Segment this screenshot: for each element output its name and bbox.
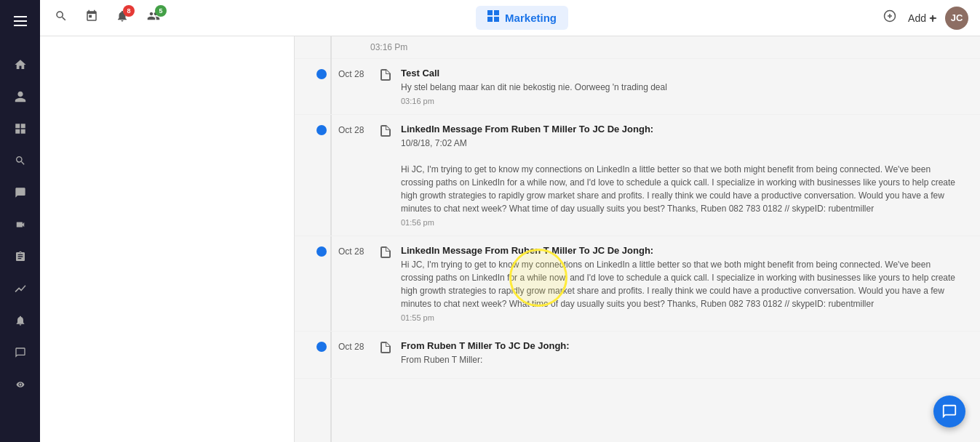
sidebar-home-icon[interactable] — [7, 51, 34, 79]
sidebar-alerts-icon[interactable] — [7, 307, 34, 334]
svg-rect-1 — [14, 20, 27, 22]
timeline-dot-2 — [316, 125, 327, 135]
activity-body-3: Hi JC, I'm trying to get to know my conn… — [401, 258, 965, 310]
activity-title-3: LinkedIn Message From Ruben T Miller To … — [401, 245, 965, 256]
connections-badge: 5 — [155, 5, 167, 17]
chat-fab[interactable] — [933, 395, 965, 427]
activity-item-email: Oct 28 From Ruben T Miller To JC De Jong… — [295, 332, 980, 379]
sidebar-contacts-icon[interactable] — [7, 83, 34, 110]
prev-item: 03:16 Pm — [295, 36, 980, 59]
svg-rect-4 — [494, 10, 499, 15]
activity-doc-icon — [381, 68, 395, 83]
sidebar — [0, 0, 40, 442]
sidebar-messages-icon[interactable] — [7, 179, 34, 206]
activity-time-2: 01:56 pm — [401, 218, 965, 227]
activity-feed-wrapper: 03:16 Pm Oct 28 Test Call Hy stel belang… — [295, 36, 980, 442]
sidebar-chat-icon[interactable] — [7, 339, 34, 366]
svg-rect-2 — [14, 25, 27, 26]
svg-rect-6 — [494, 17, 499, 22]
brand-label: Marketing — [505, 12, 557, 24]
topbar: 8 5 Marketing Add JC — [40, 0, 980, 36]
add-button[interactable]: Add — [908, 12, 936, 24]
notifications-badge: 8 — [123, 5, 135, 17]
topbar-center: Marketing — [164, 6, 880, 30]
calendar-button[interactable] — [82, 7, 101, 29]
brand-grid-icon — [487, 10, 499, 25]
sidebar-video-icon[interactable] — [7, 211, 34, 238]
activity-doc-icon-2 — [381, 124, 395, 139]
activity-doc-icon-3 — [381, 245, 395, 260]
activity-body: Hy stel belang maar kan dit nie bekostig… — [401, 81, 965, 94]
notifications-button[interactable]: 8 — [113, 7, 132, 29]
activity-content: Test Call Hy stel belang maar kan dit ni… — [401, 68, 965, 105]
activity-content-3: LinkedIn Message From Ruben T Miller To … — [401, 245, 965, 322]
activity-item-linkedin2: Oct 28 LinkedIn Message From Ruben T Mil… — [295, 236, 980, 332]
activity-title: Test Call — [401, 68, 965, 79]
sidebar-view-icon[interactable] — [7, 371, 34, 398]
timeline-dot-4 — [316, 342, 327, 352]
accessibility-button[interactable] — [880, 7, 899, 29]
activity-item: Oct 28 Test Call Hy stel belang maar kan… — [295, 59, 980, 115]
user-avatar[interactable]: JC — [945, 7, 968, 30]
activity-body-4: From Ruben T Miller: — [401, 353, 965, 366]
activity-doc-icon-4 — [381, 340, 395, 355]
sidebar-menu-icon[interactable] — [7, 7, 34, 35]
date-label-2: Oct 28 — [338, 124, 375, 135]
connections-button[interactable]: 5 — [143, 7, 164, 29]
main-content: 03:16 Pm Oct 28 Test Call Hy stel belang… — [40, 36, 980, 442]
sidebar-reports-icon[interactable] — [7, 275, 34, 302]
sidebar-search-icon[interactable] — [7, 147, 34, 174]
sidebar-tasks-icon[interactable] — [7, 243, 34, 270]
sidebar-dashboard-icon[interactable] — [7, 115, 34, 142]
svg-rect-0 — [14, 16, 27, 17]
activity-body-2: 10/8/18, 7:02 AM Hi JC, I'm trying to ge… — [401, 137, 965, 215]
topbar-right: Add JC — [880, 7, 968, 30]
prev-time: 03:16 Pm — [370, 42, 407, 52]
timeline-dot-3 — [316, 246, 327, 257]
activity-title-2: LinkedIn Message From Ruben T Miller To … — [401, 124, 965, 134]
left-panel — [40, 36, 295, 442]
svg-rect-5 — [487, 17, 493, 22]
activity-content-4: From Ruben T Miller To JC De Jongh: From… — [401, 340, 965, 369]
activity-content-2: LinkedIn Message From Ruben T Miller To … — [401, 124, 965, 227]
activity-title-4: From Ruben T Miller To JC De Jongh: — [401, 340, 965, 351]
activity-item-linkedin1: Oct 28 LinkedIn Message From Ruben T Mil… — [295, 115, 980, 236]
date-label-4: Oct 28 — [338, 340, 375, 352]
search-button[interactable] — [52, 7, 71, 29]
activity-time-3: 01:55 pm — [401, 313, 965, 322]
timeline-dot — [316, 69, 327, 79]
date-label: Oct 28 — [338, 68, 375, 79]
topbar-left: 8 5 — [52, 7, 164, 29]
date-label-3: Oct 28 — [338, 245, 375, 257]
svg-rect-3 — [487, 10, 493, 15]
brand-button[interactable]: Marketing — [476, 6, 568, 30]
activity-time: 03:16 pm — [401, 97, 965, 105]
